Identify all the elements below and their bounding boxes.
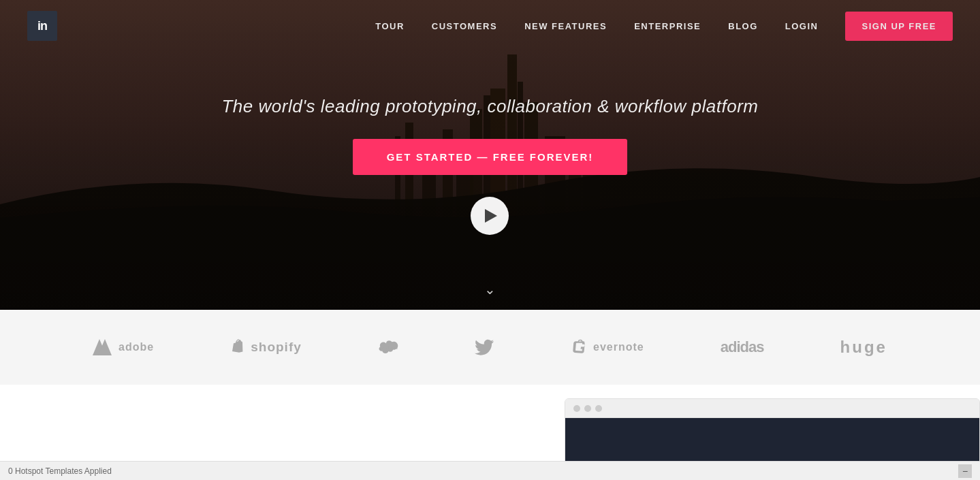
twitter-logo — [475, 339, 494, 355]
twitter-icon — [475, 339, 494, 355]
huge-logo: HUGE — [840, 338, 887, 357]
nav-blog[interactable]: BLOG — [728, 21, 758, 31]
evernote-icon — [570, 338, 588, 356]
salesforce-logo: Salesforce — [378, 339, 398, 355]
play-button[interactable] — [471, 197, 509, 235]
signup-button[interactable]: SIGN UP FREE — [845, 12, 953, 41]
status-bar: 0 Hotspot Templates Applied − — [0, 461, 980, 480]
nav-new-features[interactable]: NEW FEATURES — [524, 21, 607, 31]
hero-content: The world's leading prototyping, collabo… — [221, 96, 758, 235]
adidas-logo: adidas — [721, 338, 764, 356]
get-started-button[interactable]: GET STARTED — FREE FOREVER! — [353, 139, 628, 175]
evernote-logo: EVERNOTE — [570, 338, 644, 356]
logo[interactable]: in — [27, 11, 57, 41]
browser-dot-3 — [595, 405, 602, 412]
nav-links: TOUR CUSTOMERS NEW FEATURES ENTERPRISE B… — [375, 20, 953, 32]
navbar: in TOUR CUSTOMERS NEW FEATURES ENTERPRIS… — [0, 0, 980, 52]
nav-tour[interactable]: TOUR — [375, 21, 405, 31]
hero-tagline: The world's leading prototyping, collabo… — [221, 96, 758, 117]
play-icon — [485, 209, 497, 223]
nav-enterprise[interactable]: ENTERPRISE — [634, 21, 701, 31]
adobe-icon — [93, 339, 113, 355]
svg-text:Salesforce: Salesforce — [382, 345, 398, 350]
nav-customers[interactable]: CUSTOMERS — [432, 21, 497, 31]
status-text: 0 Hotspot Templates Applied — [8, 466, 112, 476]
shopify-logo: shopify — [230, 338, 302, 356]
adobe-logo: Adobe — [93, 339, 154, 355]
browser-dot-2 — [584, 405, 591, 412]
nav-login[interactable]: LOGIN — [785, 21, 819, 31]
logos-section: Adobe shopify Salesforce EVERNOTE adidas… — [0, 310, 980, 385]
browser-titlebar — [565, 399, 979, 418]
scroll-down-chevron[interactable]: ⌄ — [484, 281, 496, 298]
status-close-button[interactable]: − — [958, 464, 972, 478]
shopify-icon — [230, 338, 245, 356]
salesforce-icon: Salesforce — [378, 339, 398, 355]
browser-dot-1 — [573, 405, 580, 412]
